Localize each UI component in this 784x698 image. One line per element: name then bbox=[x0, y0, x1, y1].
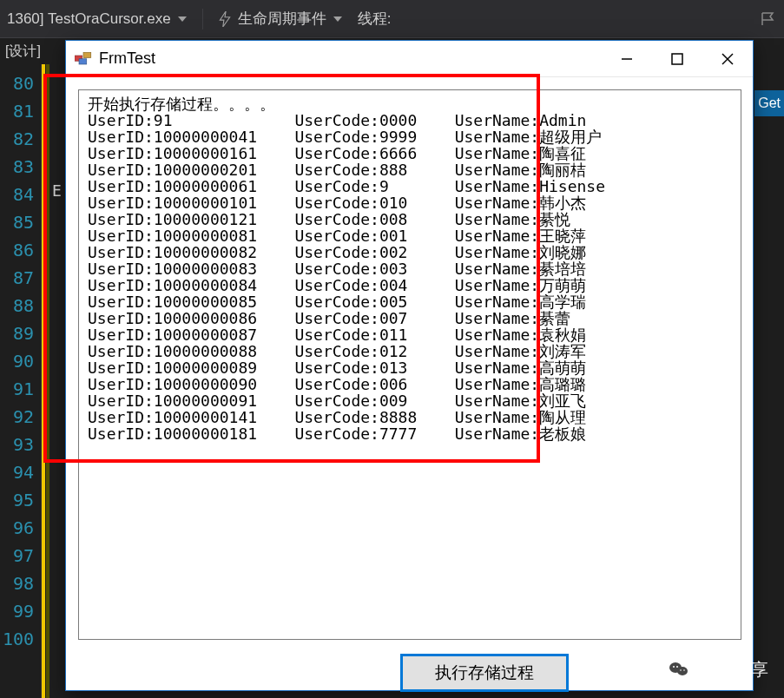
line-number: 80 bbox=[0, 69, 41, 97]
process-label: 1360] TestOraCursor.exe bbox=[7, 10, 171, 28]
output-textbox[interactable]: 开始执行存储过程。。。。 UserID:91 UserCode:0000 Use… bbox=[78, 89, 741, 640]
lightning-icon bbox=[219, 11, 231, 27]
line-number: 96 bbox=[0, 514, 41, 542]
process-selector[interactable]: 1360] TestOraCursor.exe bbox=[7, 10, 187, 28]
minimize-icon bbox=[621, 53, 633, 65]
line-number: 81 bbox=[0, 97, 41, 125]
execute-button-label: 执行存储过程 bbox=[435, 662, 534, 684]
frmtest-window: FrmTest 开始执行存储过程。。。。 UserID:91 UserCode:… bbox=[65, 40, 754, 691]
line-number: 94 bbox=[0, 458, 41, 486]
line-number: 90 bbox=[0, 347, 41, 375]
svg-rect-2 bbox=[83, 52, 91, 57]
line-number: 91 bbox=[0, 375, 41, 403]
close-button[interactable] bbox=[702, 41, 753, 76]
wechat-icon bbox=[666, 656, 692, 682]
line-number: 95 bbox=[0, 486, 41, 514]
line-number: 100 bbox=[0, 625, 41, 653]
window-controls bbox=[602, 41, 753, 76]
design-tab[interactable]: [设计] bbox=[5, 43, 41, 61]
line-number: 86 bbox=[0, 236, 41, 264]
lifecycle-events[interactable]: 生命周期事件 bbox=[219, 9, 342, 29]
execute-button[interactable]: 执行存储过程 bbox=[400, 654, 569, 692]
client-area: 开始执行存储过程。。。。 UserID:91 UserCode:0000 Use… bbox=[66, 77, 753, 690]
svg-point-11 bbox=[680, 669, 682, 671]
minimize-button[interactable] bbox=[602, 41, 652, 76]
maximize-button[interactable] bbox=[652, 41, 702, 76]
line-number: 83 bbox=[0, 153, 41, 181]
watermark: 微卡智享 bbox=[666, 656, 768, 682]
maximize-icon bbox=[671, 53, 683, 65]
line-gutter: 8081828384858687888990919293949596979899… bbox=[0, 64, 42, 698]
chevron-down-icon bbox=[178, 16, 187, 22]
change-marker bbox=[42, 64, 52, 698]
line-number: 92 bbox=[0, 403, 41, 431]
svg-point-8 bbox=[677, 667, 688, 675]
window-title: FrmTest bbox=[99, 49, 155, 68]
svg-point-12 bbox=[683, 669, 685, 671]
flag-icon[interactable] bbox=[760, 10, 777, 28]
line-number: 84 bbox=[0, 181, 41, 208]
svg-point-9 bbox=[673, 666, 675, 668]
line-number: 82 bbox=[0, 125, 41, 153]
line-number: 85 bbox=[0, 208, 41, 236]
thread-selector[interactable]: 线程: bbox=[358, 9, 392, 29]
svg-point-10 bbox=[676, 666, 678, 668]
line-number: 87 bbox=[0, 264, 41, 292]
svg-rect-1 bbox=[79, 58, 87, 63]
lifecycle-label: 生命周期事件 bbox=[238, 9, 326, 29]
line-number: 99 bbox=[0, 597, 41, 625]
get-tab[interactable]: Get bbox=[754, 90, 784, 116]
toolbar-right bbox=[760, 10, 777, 28]
close-icon bbox=[721, 52, 735, 66]
app-icon bbox=[75, 52, 92, 68]
titlebar[interactable]: FrmTest bbox=[66, 41, 753, 77]
line-number: 98 bbox=[0, 570, 41, 597]
line-number: 93 bbox=[0, 431, 41, 458]
watermark-text: 微卡智享 bbox=[699, 658, 768, 682]
separator bbox=[202, 9, 203, 30]
thread-label: 线程: bbox=[358, 9, 392, 29]
svg-rect-4 bbox=[672, 54, 682, 64]
code-fold-marker: E bbox=[52, 181, 62, 200]
chevron-down-icon bbox=[333, 16, 342, 22]
vs-toolbar: 1360] TestOraCursor.exe 生命周期事件 线程: bbox=[0, 0, 784, 38]
get-tab-label: Get bbox=[758, 95, 781, 110]
line-number: 88 bbox=[0, 292, 41, 319]
line-number: 97 bbox=[0, 542, 41, 570]
line-number: 89 bbox=[0, 319, 41, 347]
